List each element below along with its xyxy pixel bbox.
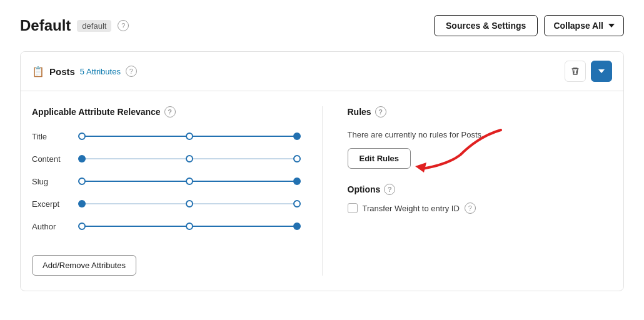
attribute-row-title: Title bbox=[32, 130, 297, 142]
attribute-relevance-heading: Applicable Attribute Relevance ? bbox=[32, 106, 297, 118]
right-panel: Rules ? There are currently no rules for… bbox=[323, 106, 613, 276]
slider-dot-left[interactable] bbox=[78, 200, 86, 208]
slider-dot-left[interactable] bbox=[78, 222, 86, 230]
edit-rules-button[interactable]: Edit Rules bbox=[348, 148, 411, 169]
page-header-right: Sources & Settings Collapse All bbox=[434, 15, 624, 36]
section-title: Posts bbox=[49, 66, 75, 77]
slider-dot-right[interactable] bbox=[293, 178, 301, 185]
slider-dot-mid[interactable] bbox=[186, 155, 193, 162]
sources-settings-button[interactable]: Sources & Settings bbox=[434, 15, 538, 36]
page-header: Default default ? Sources & Settings Col… bbox=[20, 15, 624, 36]
rules-heading: Rules ? bbox=[348, 106, 613, 118]
slider-dot-right[interactable] bbox=[293, 222, 301, 230]
help-icon-title[interactable]: ? bbox=[118, 20, 129, 31]
transfer-weight-label: Transfer Weight to entry ID bbox=[363, 204, 460, 213]
posts-icon: 📋 bbox=[32, 66, 44, 78]
page-badge: default bbox=[77, 20, 111, 32]
chevron-down-icon bbox=[608, 24, 615, 28]
slider-excerpt[interactable] bbox=[82, 198, 297, 210]
transfer-weight-checkbox[interactable] bbox=[348, 203, 358, 213]
slider-dot-mid[interactable] bbox=[186, 200, 193, 208]
slider-dot-right[interactable] bbox=[293, 132, 301, 140]
attribute-row-author: Author bbox=[32, 220, 297, 232]
slider-slug[interactable] bbox=[82, 175, 297, 188]
collapse-all-label: Collapse All bbox=[553, 21, 603, 31]
right-panel-inner: Rules ? There are currently no rules for… bbox=[348, 106, 613, 214]
help-icon-section[interactable]: ? bbox=[126, 66, 137, 77]
slider-dot-left[interactable] bbox=[78, 178, 86, 185]
left-panel: Applicable Attribute Relevance ? Title C… bbox=[32, 106, 323, 276]
section-body: Applicable Attribute Relevance ? Title C… bbox=[21, 91, 623, 291]
no-rules-text: There are currently no rules for Posts. bbox=[348, 130, 613, 139]
trash-icon bbox=[570, 66, 580, 76]
slider-dot-right[interactable] bbox=[293, 200, 301, 208]
help-icon-relevance[interactable]: ? bbox=[164, 106, 176, 118]
attribute-row-content: Content bbox=[32, 152, 297, 165]
slider-dot-left[interactable] bbox=[78, 155, 86, 162]
collapse-all-button[interactable]: Collapse All bbox=[544, 15, 624, 36]
page-header-left: Default default ? bbox=[20, 17, 129, 34]
chevron-down-icon bbox=[598, 69, 605, 73]
slider-dot-right[interactable] bbox=[293, 155, 301, 162]
attribute-label: Content bbox=[32, 154, 82, 164]
section-card: 📋 Posts 5 Attributes ? Applicable Attrib… bbox=[20, 51, 624, 291]
section-header-right bbox=[565, 61, 612, 82]
attribute-label: Excerpt bbox=[32, 199, 82, 209]
slider-content[interactable] bbox=[82, 152, 297, 165]
transfer-weight-row: Transfer Weight to entry ID ? bbox=[348, 202, 613, 214]
attributes-badge: 5 Attributes bbox=[80, 67, 121, 76]
add-remove-attributes-button[interactable]: Add/Remove Attributes bbox=[32, 255, 136, 276]
help-icon-rules[interactable]: ? bbox=[375, 106, 386, 118]
slider-dot-mid[interactable] bbox=[186, 222, 193, 230]
attribute-label: Author bbox=[32, 222, 82, 231]
slider-dot-left[interactable] bbox=[78, 132, 86, 140]
svg-marker-0 bbox=[415, 162, 426, 172]
help-icon-transfer[interactable]: ? bbox=[465, 202, 476, 214]
attribute-label: Title bbox=[32, 132, 82, 141]
help-icon-options[interactable]: ? bbox=[384, 184, 395, 195]
attribute-row-excerpt: Excerpt bbox=[32, 198, 297, 210]
slider-title[interactable] bbox=[82, 130, 297, 142]
attribute-row-slug: Slug bbox=[32, 175, 297, 188]
options-heading: Options ? bbox=[348, 184, 613, 195]
section-header: 📋 Posts 5 Attributes ? bbox=[21, 52, 623, 91]
delete-button[interactable] bbox=[565, 61, 586, 82]
attribute-label: Slug bbox=[32, 177, 82, 186]
slider-dot-mid[interactable] bbox=[186, 132, 193, 140]
slider-dot-mid[interactable] bbox=[186, 178, 193, 185]
slider-author[interactable] bbox=[82, 220, 297, 232]
expand-button[interactable] bbox=[591, 61, 612, 82]
section-header-left: 📋 Posts 5 Attributes ? bbox=[32, 66, 137, 78]
page-title: Default bbox=[20, 17, 71, 34]
